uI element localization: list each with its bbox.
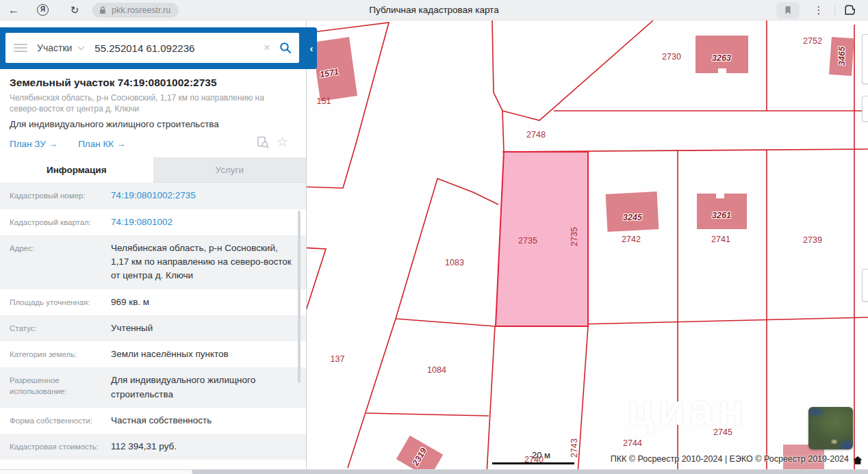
row-value: Челябинская область, р-н Сосновский, 1,1…: [111, 241, 306, 283]
row-label: Форма собственности:: [10, 414, 111, 427]
table-row: Кадастровая стоимость: 112 394,31 руб.: [0, 434, 306, 460]
tab-services[interactable]: Услуги: [153, 157, 307, 183]
back-icon[interactable]: ←: [7, 0, 21, 21]
row-label: Кадастровый номер:: [10, 189, 111, 202]
plan-zu-link[interactable]: План ЗУ →: [10, 139, 58, 149]
map-scale-bar: 20 м: [492, 462, 574, 464]
address-bar[interactable]: pkk.rosreestr.ru: [92, 3, 179, 18]
table-row: Статус: Учтенный: [0, 315, 306, 341]
page-title: Публичная кадастровая карта: [369, 0, 498, 21]
object-header: Земельный участок 74:19:0801002:2735 Чел…: [0, 69, 306, 152]
search-input[interactable]: [94, 42, 259, 54]
parcel-label-2739: 2739: [803, 235, 822, 245]
details-table: Кадастровый номер: 74:19:0801002:2735 Ка…: [0, 183, 306, 474]
parcel-label-151: 151: [317, 96, 331, 106]
panel-tabs: Информация Услуги: [0, 157, 306, 183]
table-row: Кадастровый номер: 74:19:0801002:2735: [0, 183, 306, 209]
preview-search-icon[interactable]: [256, 135, 270, 149]
parcel-label-1083: 1083: [445, 258, 464, 267]
building-label-3263: 3263: [712, 53, 731, 63]
object-usage: Для индивидуального жилищного строительс…: [10, 119, 296, 129]
cadastral-map-canvas[interactable]: [307, 21, 868, 474]
row-value: Для индивидуального жилищного строительс…: [111, 373, 306, 401]
search-field[interactable]: Участки ×: [5, 33, 299, 63]
info-panel: Участки × Земельный участок 74:19:080100…: [0, 21, 306, 474]
map-control-button[interactable]: [862, 96, 868, 122]
parcel-label-2745: 2745: [713, 427, 732, 437]
lock-icon: [98, 5, 107, 15]
toolbar-separator: [834, 5, 835, 15]
row-value: 969 кв. м: [111, 295, 306, 309]
parcel-label-2741: 2741: [711, 235, 730, 244]
row-label: Статус:: [10, 321, 111, 335]
object-address: Челябинская область, р-н Сосновский, 1,1…: [10, 92, 285, 114]
map-attribution: ПКК © Росреестр 2010-2024 | ЕЭКО © Росре…: [611, 454, 849, 464]
horizontal-scrollbar[interactable]: [0, 469, 868, 474]
parcel-label-2743: 2743: [570, 438, 579, 458]
row-value: Земли населённых пунктов: [111, 347, 306, 361]
search-bar: Участки ×: [0, 27, 306, 69]
parcel-label-2748: 2748: [526, 130, 546, 140]
cadastral-number-link[interactable]: 74:19:0801002:2735: [111, 189, 306, 202]
table-row: Форма собственности: Частная собственнос…: [0, 408, 306, 434]
search-category-select[interactable]: Участки: [37, 42, 84, 53]
browser-bar: ← Я ↻ pkk.rosreestr.ru Публичная кадастр…: [0, 0, 868, 21]
parcel-label-2735-rotated: 2735: [570, 227, 579, 246]
collections-icon[interactable]: [843, 3, 857, 20]
url-text: pkk.rosreestr.ru: [112, 5, 170, 15]
screen: ← Я ↻ pkk.rosreestr.ru Публичная кадастр…: [0, 0, 868, 474]
row-label: Кадастровый квартал:: [10, 215, 111, 229]
cadastral-block-link[interactable]: 74:19:0801002: [111, 215, 306, 229]
parcel-label-1084: 1084: [427, 365, 446, 375]
plan-kk-link[interactable]: План КК →: [78, 139, 125, 149]
search-icon[interactable]: [279, 41, 292, 55]
object-title: Земельный участок 74:19:0801002:2735: [10, 77, 296, 89]
panel-scrollbar[interactable]: [298, 211, 301, 383]
home-icon: [853, 456, 863, 465]
scale-label: 20 м: [532, 450, 550, 460]
clear-search-icon[interactable]: ×: [264, 41, 270, 55]
row-value: Учтенный: [111, 321, 306, 335]
collapse-panel-button[interactable]: ‹: [306, 27, 317, 69]
table-row: Кадастровый квартал: 74:19:0801002: [0, 209, 306, 235]
browser-menu-icon[interactable]: ⋮: [813, 0, 824, 21]
home-button[interactable]: [853, 456, 863, 468]
row-label: Разрешенное использование:: [10, 373, 111, 401]
table-row: Разрешенное использование: Для индивидуа…: [0, 367, 306, 408]
map-control-button[interactable]: [862, 34, 868, 84]
favorite-star-icon[interactable]: ☆: [277, 135, 288, 149]
row-label: Кадастровая стоимость:: [10, 440, 111, 453]
building-label-3465: 3465: [837, 47, 847, 66]
table-row: Категория земель: Земли населённых пункт…: [0, 341, 306, 367]
chevron-down-icon: [78, 43, 85, 50]
row-value: 112 394,31 руб.: [111, 440, 306, 453]
row-label: Адрес:: [10, 241, 111, 283]
overview-minimap[interactable]: [808, 407, 853, 449]
building-label-3261: 3261: [712, 211, 731, 220]
bookmark-icon: [783, 5, 793, 16]
cadastral-map[interactable]: циан 151 1571 2730 3263 2752 3465 2748 2…: [306, 21, 868, 474]
building-label-3245: 3245: [623, 213, 642, 222]
parcel-label-2730: 2730: [662, 52, 681, 62]
menu-icon[interactable]: [14, 44, 27, 52]
map-control-button[interactable]: [862, 269, 868, 302]
horizontal-scrollbar-thumb[interactable]: [192, 470, 868, 474]
table-row: Адрес: Челябинская область, р-н Сосновск…: [0, 235, 306, 289]
row-value: Частная собственность: [111, 414, 306, 427]
table-row: Площадь уточненная: 969 кв. м: [0, 289, 306, 315]
bookmark-button[interactable]: [776, 2, 800, 18]
parcel-label-137: 137: [331, 354, 345, 364]
tab-information[interactable]: Информация: [0, 157, 153, 183]
parcel-label-2752: 2752: [803, 36, 822, 46]
search-category-label: Участки: [37, 42, 72, 53]
yandex-browser-icon[interactable]: Я: [37, 4, 49, 16]
parcel-label-2744: 2744: [623, 438, 642, 448]
row-label: Площадь уточненная:: [10, 295, 111, 309]
row-label: Категория земель:: [10, 347, 111, 361]
parcel-label-2735: 2735: [518, 236, 537, 246]
parcel-label-2742: 2742: [622, 235, 641, 244]
reload-icon[interactable]: ↻: [68, 0, 81, 21]
